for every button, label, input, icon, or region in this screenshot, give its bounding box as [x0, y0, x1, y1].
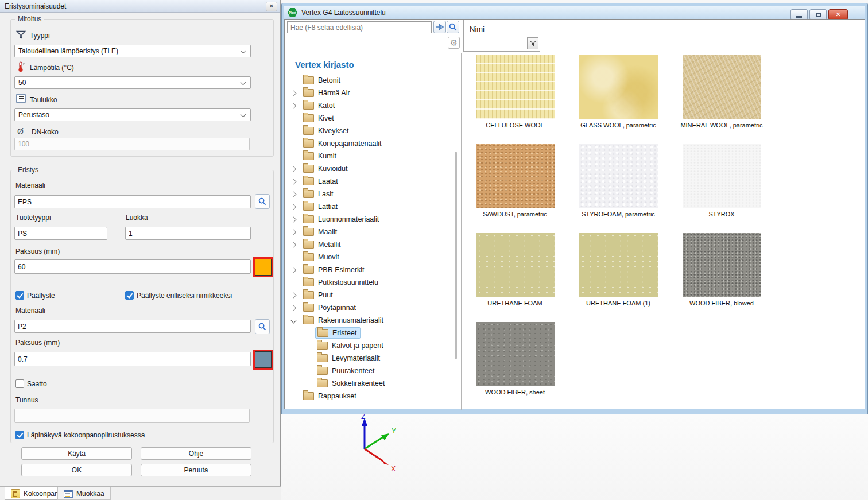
chevron-right-icon[interactable]	[291, 242, 297, 247]
tree-item[interactable]: Lattiat	[285, 200, 457, 213]
saatto-checkbox[interactable]	[16, 379, 24, 388]
tree-item[interactable]: Rappaukset	[285, 390, 457, 402]
tree-item[interactable]: Sokkelirakenteet	[285, 377, 457, 390]
chevron-right-icon[interactable]	[291, 305, 297, 311]
chevron-right-icon[interactable]	[291, 216, 297, 222]
search-input[interactable]	[287, 21, 432, 33]
tree-expander[interactable]	[292, 167, 303, 171]
material-thumbnail[interactable]	[683, 233, 761, 297]
materiaali-search-button[interactable]	[255, 194, 270, 209]
tree-item[interactable]: Puut	[285, 289, 457, 301]
tree-expander[interactable]	[292, 230, 303, 234]
gear-icon[interactable]: ⚙	[448, 37, 460, 49]
material-card[interactable]: WOOD FIBER, sheet	[463, 322, 567, 396]
taulukko-select[interactable]: Perustaso	[14, 108, 251, 121]
tree-item[interactable]: Metallit	[285, 238, 457, 251]
search-button[interactable]	[447, 21, 459, 33]
tyyppi-select[interactable]: Taloudellinen lämpöeristys (TLE)	[14, 45, 251, 57]
chevron-right-icon[interactable]	[291, 292, 297, 298]
tree-item[interactable]: PBR Esimerkit	[285, 263, 457, 276]
tree-expander[interactable]	[292, 243, 303, 247]
material-thumbnail[interactable]	[476, 55, 555, 119]
material-thumbnail[interactable]	[476, 144, 555, 208]
paallyste-paksuus-input[interactable]	[14, 352, 251, 366]
paallyste-materiaali-input[interactable]	[14, 320, 251, 333]
tree-expander[interactable]	[292, 306, 303, 310]
tree-item[interactable]: Pöytäpinnat	[285, 301, 457, 314]
material-card[interactable]: WOOD FIBER, blowed	[670, 233, 773, 307]
tunnus-input[interactable]	[14, 409, 250, 423]
chevron-right-icon[interactable]	[291, 191, 297, 197]
insulation-color-swatch[interactable]	[253, 257, 273, 277]
dn-koko-input[interactable]	[14, 138, 250, 150]
tree-expander[interactable]	[292, 180, 303, 184]
tree-expander[interactable]	[292, 218, 303, 222]
material-card[interactable]: STYROX	[670, 144, 773, 218]
go-button[interactable]	[433, 21, 446, 33]
tree-item[interactable]: Luonnonmateriaalit	[285, 213, 457, 226]
material-thumbnail[interactable]	[683, 55, 761, 119]
material-thumbnail[interactable]	[579, 144, 658, 208]
tree-item[interactable]: Putkistosuunnittelu	[285, 276, 457, 289]
tree-expander[interactable]	[292, 268, 303, 272]
chevron-right-icon[interactable]	[291, 204, 297, 210]
tree-item[interactable]: Kivet	[285, 112, 457, 125]
chevron-down-icon[interactable]	[291, 317, 297, 323]
materiaali-input[interactable]	[14, 195, 251, 208]
material-thumbnail[interactable]	[579, 233, 658, 297]
tree-item[interactable]: Laatat	[285, 175, 457, 188]
close-icon[interactable]: ✕	[266, 2, 277, 11]
tree-expander[interactable]	[292, 293, 303, 297]
paallyste-erillinen-checkbox[interactable]	[125, 291, 134, 300]
tree-expander[interactable]	[292, 205, 303, 209]
chevron-right-icon[interactable]	[291, 103, 297, 108]
ohje-button[interactable]: Ohje	[141, 447, 251, 460]
luokka-input[interactable]	[125, 227, 251, 240]
chevron-right-icon[interactable]	[291, 166, 297, 172]
material-card[interactable]: STYROFOAM, parametric	[567, 144, 670, 218]
tree-item[interactable]: Kalvot ja paperit	[285, 339, 457, 352]
material-card[interactable]: GLASS WOOL, parametric	[567, 55, 670, 129]
tree-item[interactable]: Kiveykset	[285, 125, 457, 137]
tree-item[interactable]: Muovit	[285, 251, 457, 263]
chevron-right-icon[interactable]	[291, 179, 297, 184]
tree-scrollbar[interactable]	[455, 152, 457, 359]
filter-button[interactable]	[527, 37, 538, 49]
material-thumbnail[interactable]	[579, 55, 658, 119]
tree-item[interactable]: Puurakenteet	[285, 365, 457, 377]
tree-item[interactable]: Katot	[285, 99, 457, 112]
tree-item[interactable]: Rakennusmateriaalit	[285, 314, 457, 327]
material-card[interactable]: CELLULOSE WOOL	[463, 55, 567, 129]
peruuta-button[interactable]: Peruuta	[141, 464, 251, 476]
tree-item[interactable]: Lasit	[285, 188, 457, 200]
ok-button[interactable]: OK	[21, 464, 132, 476]
material-card[interactable]: MINERAL WOOL, parametric	[670, 55, 773, 129]
kayta-button[interactable]: Käytä	[21, 447, 132, 460]
tree-expander[interactable]	[292, 319, 303, 323]
tree-item[interactable]: Betonit	[285, 74, 457, 87]
material-card[interactable]: URETHANE FOAM	[463, 233, 567, 307]
material-thumbnail[interactable]	[476, 322, 555, 386]
tree-expander[interactable]	[292, 104, 303, 108]
material-card[interactable]: URETHANE FOAM (1)	[567, 233, 670, 307]
lampotila-select[interactable]: 50	[14, 76, 251, 89]
cad-viewport[interactable]: ZYX	[281, 414, 868, 500]
coating-color-swatch[interactable]	[253, 350, 273, 370]
tab-muokkaa[interactable]: Muokkaa	[57, 487, 111, 500]
tree-expander[interactable]	[292, 192, 303, 196]
panel-splitter[interactable]	[461, 53, 462, 410]
paallyste-checkbox[interactable]	[16, 291, 24, 300]
chevron-right-icon[interactable]	[291, 90, 297, 96]
chevron-right-icon[interactable]	[291, 267, 297, 273]
tree-item[interactable]: Kuvioidut	[285, 162, 457, 175]
tree-item[interactable]: Eristeet	[285, 327, 457, 339]
tree-item[interactable]: Maalit	[285, 226, 457, 238]
tree-item[interactable]: Kumit	[285, 150, 457, 162]
chevron-right-icon[interactable]	[291, 229, 297, 235]
material-card[interactable]: SAWDUST, parametric	[463, 144, 567, 218]
window-titlebar[interactable]: Plant Vertex G4 Laitossuunnittelu ✕	[284, 6, 865, 20]
tree-item[interactable]: Levymateriaalit	[285, 352, 457, 365]
paallyste-materiaali-search-button[interactable]	[255, 319, 270, 334]
material-thumbnail[interactable]	[683, 144, 761, 208]
tree-expander[interactable]	[292, 91, 303, 95]
